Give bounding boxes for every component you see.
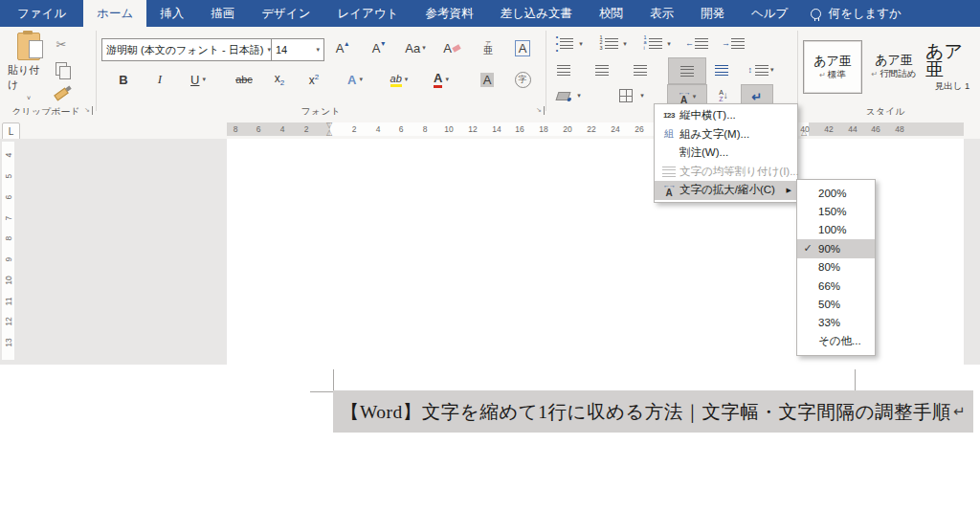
underline-button[interactable]: U ▾ [184,69,212,90]
strikethrough-button[interactable]: abc [230,69,258,90]
scale-option-80pct[interactable]: 80% [797,258,875,277]
tell-me-box[interactable]: 何をしますか [801,0,910,27]
cut-button[interactable]: ✂ [50,34,73,54]
decrease-indent-button[interactable]: ← [685,34,708,52]
clear-formatting-button[interactable]: A [438,36,465,59]
align-left-button[interactable] [553,59,574,80]
font-color-button[interactable]: A ▾ [425,69,457,90]
align-left-icon [557,65,570,76]
enclose-border-button[interactable]: A [510,36,535,59]
tab-挿入[interactable]: 挿入 [146,0,197,27]
ruby-button[interactable]: ア 亜 [475,34,501,61]
scale-option-150pct[interactable]: 150% [797,202,875,220]
superscript-button[interactable]: x2 [302,69,325,90]
borders-button[interactable] [616,86,635,105]
tab-校閲[interactable]: 校閲 [586,0,636,27]
tab-描画[interactable]: 描画 [197,0,248,27]
tab-home[interactable]: ホーム [83,0,146,27]
bullet-list-caret-icon[interactable]: ▾ [576,38,586,50]
line-spacing-icon: ↕ [747,65,752,75]
menu-item[interactable]: ←→A文字の拡大/縮小(C)▶ [655,181,797,200]
group-divider [797,31,798,111]
numbered-list-caret-icon[interactable]: ▾ [620,38,630,50]
justify-button[interactable] [668,57,706,84]
ruler-number: 16 [513,122,526,136]
hanging-indent-marker[interactable]: △ [326,129,332,137]
borders-caret-icon[interactable]: ▾ [637,90,647,101]
shading-caret-icon[interactable]: ▾ [574,90,584,101]
format-painter-button[interactable] [50,84,73,103]
shading-button[interactable] [553,86,572,105]
align-center-button[interactable] [591,59,612,80]
vertical-ruler[interactable]: 45678910111213 [2,142,14,360]
justify-icon [680,66,694,77]
ruler-number: 12 [466,122,479,136]
multilevel-list-caret-icon[interactable]: ▾ [664,38,674,50]
character-shading-button[interactable]: A [475,69,500,90]
ruler-number: 18 [537,122,550,136]
tab-file[interactable]: ファイル [0,0,83,27]
increase-indent-button[interactable]: → [722,34,745,52]
paste-button[interactable]: 貼り付け ˅ [8,33,50,101]
highlight-color-button[interactable]: ab ▾ [381,69,417,90]
ruler-number: 20 [561,122,574,136]
bold-button[interactable]: B [113,69,134,90]
shrink-font-button[interactable]: A▾ [366,36,390,59]
menu-item[interactable]: 1̈23縦中横(T)... [655,106,797,125]
tab-差し込み文書[interactable]: 差し込み文書 [486,0,586,27]
scale-option-33pct[interactable]: 33% [797,314,875,332]
tab-参考資料[interactable]: 参考資料 [412,0,486,27]
multilevel-list-button[interactable]: 1ai [643,34,662,52]
italic-button[interactable]: I [149,69,170,90]
grow-font-icon: A [336,41,345,56]
style-no-spacing[interactable]: あア亜 ↵行間詰め [864,40,924,92]
style-name: 見出し 1 [935,81,970,91]
line-spacing-button[interactable]: ↕ ▾ [746,59,775,80]
ribbon-home: 貼り付け ˅ ✂ クリップボード ↘ 游明朝 (本文のフォント - 日本語) ▾… [0,27,980,116]
menu-item[interactable]: 文字の均等割り付け(I)... [655,163,797,182]
style-heading1[interactable]: あア亜 見出し 1 [925,40,979,92]
font-size-caret-icon: ▾ [316,46,320,54]
tab-開発[interactable]: 開発 [687,0,738,27]
bullet-list-button[interactable]: ••• [555,34,574,52]
text-effects-button[interactable]: A ▾ [339,69,371,90]
style-name: ↵標準 [819,70,846,79]
scale-option-label: 50% [818,299,840,310]
scale-option-label: 33% [818,317,840,328]
horizontal-ruler[interactable]: 8642246810121416182022242628303234363840… [227,122,964,136]
scale-option-50pct[interactable]: 50% [797,295,875,313]
menu-item[interactable]: 割注(W)... [655,144,797,163]
enclose-character-button[interactable]: 字 [510,69,535,90]
ruby-icon: ア 亜 [483,40,493,56]
right-indent-marker[interactable]: △ [801,129,807,137]
distribute-button[interactable] [710,59,733,80]
tab-表示[interactable]: 表示 [636,0,687,27]
ruler-number: 4 [371,122,385,136]
scale-option-200pct[interactable]: 200% [797,184,875,202]
change-case-button[interactable]: Aa ▾ [400,36,431,59]
align-right-button[interactable] [630,59,651,80]
font-name-combobox[interactable]: 游明朝 (本文のフォント - 日本語) ▾ [101,38,276,61]
scale-option-66pct[interactable]: 66% [797,277,875,295]
clear-formatting-icon: A [443,41,452,56]
selected-text-line[interactable]: 【Word】文字を縮めて1行に収める方法｜文字幅・文字間隔の調整手順 ↵ [333,390,973,433]
tab-ヘルプ[interactable]: ヘルプ [738,0,801,27]
scale-option-90pct[interactable]: ✓90% [797,239,875,257]
scale-option-その他[interactable]: その他... [797,332,875,350]
tab-デザイン[interactable]: デザイン [248,0,323,27]
ruler-number: 9 [3,254,14,266]
align-center-icon [595,65,609,76]
grow-font-button[interactable]: A▴ [329,36,354,59]
subscript-button[interactable]: x2 [268,69,291,90]
numbered-list-button[interactable]: 123 [599,34,618,52]
font-size-combobox[interactable]: 14 ▾ [271,38,324,61]
scale-option-100pct[interactable]: 100% [797,221,875,239]
style-normal[interactable]: あア亜 ↵標準 [803,40,862,94]
tab-レイアウト[interactable]: レイアウト [323,0,412,27]
paste-icon [17,33,40,60]
menu-item[interactable]: 組組み文字(M)... [655,125,797,144]
copy-button[interactable] [50,59,73,78]
scale-option-label: その他... [818,334,861,348]
style-preview: あア亜 [875,54,913,66]
ruler-number: 46 [869,122,882,136]
